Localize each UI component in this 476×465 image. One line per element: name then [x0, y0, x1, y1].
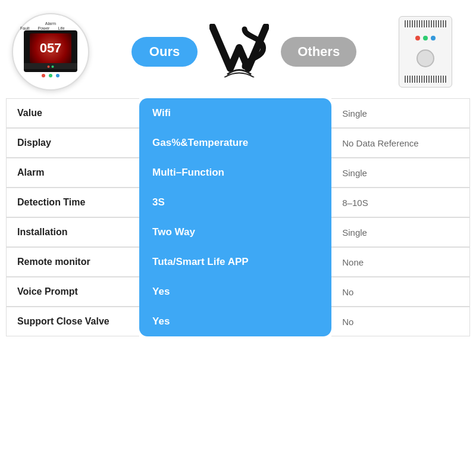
ours-cell: Multi–Function [139, 158, 331, 188]
barcode-bottom [405, 76, 446, 83]
others-button[interactable]: Others [281, 37, 356, 67]
generic-indicator-dots [415, 36, 436, 40]
feature-cell: Value [6, 98, 139, 128]
others-cell: No [331, 277, 470, 307]
feature-cell: Support Close Valve [6, 307, 139, 336]
generic-dot-red [415, 36, 420, 40]
others-cell: 8–10S [331, 188, 470, 217]
feature-cell: Voice Prompt [6, 277, 139, 307]
comparison-table: ValueWifiSingleDisplayGas%&TemperatureNo… [6, 98, 470, 336]
device-labels: Alarm [45, 21, 56, 26]
ours-cell: Gas%&Temperature [139, 128, 331, 158]
fault-dot [42, 74, 45, 77]
others-cell: Single [331, 98, 470, 128]
ours-cell: 3S [139, 188, 331, 217]
feature-cell: Alarm [6, 158, 139, 188]
generic-button [416, 49, 434, 67]
alarm-label: Alarm [45, 21, 56, 26]
device-number: 057 [40, 40, 62, 56]
our-device-image: Alarm Fault Power Life 057 [6, 8, 95, 95]
power-dot [49, 74, 52, 77]
header-section: Alarm Fault Power Life 057 [0, 0, 476, 98]
device-status-dots [42, 74, 60, 77]
barcode-top [405, 20, 446, 27]
device-screen: 057 [30, 33, 71, 63]
device-circle: Alarm Fault Power Life 057 [12, 13, 89, 90]
ours-cell: Two Way [139, 217, 331, 247]
power-label: Power [38, 26, 50, 30]
others-cell: No Data Reference [331, 128, 470, 158]
feature-cell: Detection Time [6, 188, 139, 217]
others-cell: None [331, 247, 470, 277]
ours-cell: Wifi [139, 98, 331, 128]
comparison-table-container: ValueWifiSingleDisplayGas%&TemperatureNo… [6, 98, 470, 336]
vs-section: Ours Others [95, 24, 393, 80]
ours-button[interactable]: Ours [131, 37, 198, 67]
others-cell: Single [331, 158, 470, 188]
generic-dot-green [423, 36, 428, 40]
life-label: Life [58, 26, 64, 30]
generic-device-image [393, 13, 458, 90]
fault-label: Fault [20, 26, 30, 30]
vs-graphic [209, 24, 269, 80]
generic-device-body [399, 16, 452, 88]
ours-cell: Yes [139, 307, 331, 336]
others-cell: Single [331, 217, 470, 247]
feature-cell: Display [6, 128, 139, 158]
feature-cell: Installation [6, 217, 139, 247]
others-cell: No [331, 307, 470, 336]
ours-cell: Yes [139, 277, 331, 307]
feature-cell: Remote monitor [6, 247, 139, 277]
ours-cell: Tuta/Smart Life APP [139, 247, 331, 277]
device-inner: 057 [24, 30, 77, 72]
life-dot [56, 74, 60, 77]
generic-dot-blue [431, 36, 436, 40]
